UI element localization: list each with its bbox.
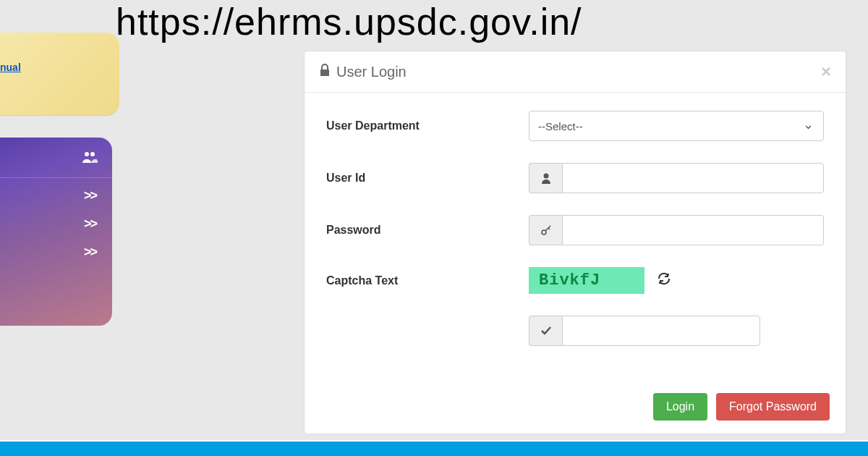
login-modal: User Login × User Department --Select-- … bbox=[304, 51, 846, 434]
check-icon bbox=[529, 316, 562, 346]
divider bbox=[0, 177, 112, 178]
lock-icon bbox=[319, 64, 331, 80]
login-button[interactable]: Login bbox=[653, 393, 707, 421]
refresh-icon[interactable] bbox=[658, 272, 671, 289]
captcha-input[interactable] bbox=[562, 316, 760, 346]
users-icon bbox=[82, 151, 98, 167]
modal-header: User Login × bbox=[305, 51, 846, 93]
label-password: Password bbox=[326, 224, 529, 237]
close-icon[interactable]: × bbox=[821, 62, 831, 82]
manual-link[interactable]: nual bbox=[0, 62, 21, 73]
svg-point-0 bbox=[85, 152, 89, 156]
label-department: User Department bbox=[326, 119, 529, 132]
label-userid: User Id bbox=[326, 172, 529, 185]
modal-title-text: User Login bbox=[336, 64, 407, 80]
page-url-heading: https://ehrms.upsdc.gov.in/ bbox=[116, 0, 582, 43]
key-icon bbox=[529, 215, 562, 245]
footer-bar bbox=[0, 440, 868, 456]
svg-point-4 bbox=[542, 230, 546, 235]
captcha-image: BivkfJ bbox=[529, 267, 644, 294]
chevron-item[interactable]: >> bbox=[84, 188, 96, 203]
forgot-password-button[interactable]: Forgot Password bbox=[716, 393, 830, 421]
chevron-item[interactable]: >> bbox=[84, 216, 96, 232]
label-captcha: Captcha Text bbox=[326, 274, 529, 287]
user-icon bbox=[529, 163, 562, 193]
svg-point-1 bbox=[90, 152, 95, 156]
sidebar-card-manual: nual bbox=[0, 33, 119, 116]
svg-point-3 bbox=[543, 174, 548, 179]
chevron-item[interactable]: >> bbox=[84, 245, 96, 260]
password-input[interactable] bbox=[562, 215, 824, 245]
sidebar-card-users: >> >> >> bbox=[0, 138, 112, 326]
userid-input[interactable] bbox=[562, 163, 824, 193]
svg-rect-2 bbox=[320, 69, 329, 76]
department-select[interactable]: --Select-- bbox=[529, 111, 824, 141]
